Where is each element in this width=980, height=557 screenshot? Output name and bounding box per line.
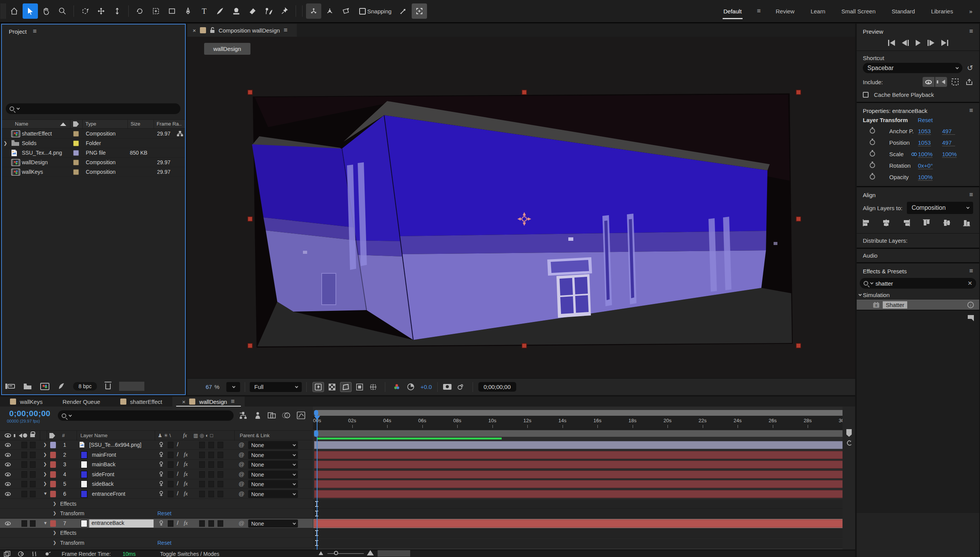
- layer-name[interactable]: mainFront: [92, 452, 116, 458]
- expand-layer-icon[interactable]: ▼: [43, 491, 47, 496]
- zoom-tool[interactable]: [55, 3, 70, 19]
- layer-label-chip[interactable]: [50, 452, 56, 458]
- close-tab-icon[interactable]: ×: [182, 399, 186, 405]
- expand-layer-icon[interactable]: ❯: [43, 462, 47, 467]
- parent-pickwhip-icon[interactable]: @: [239, 461, 244, 467]
- show-snapshot-icon[interactable]: [455, 382, 466, 392]
- lock-slot[interactable]: [30, 471, 36, 478]
- layer-duration-bar[interactable]: [314, 461, 843, 469]
- previous-frame-button[interactable]: [902, 39, 909, 47]
- preview-panel-menu-icon[interactable]: ≡: [969, 28, 973, 35]
- include-video-icon[interactable]: [923, 77, 934, 87]
- frame-blend-toggle-icon[interactable]: [18, 551, 25, 557]
- effect-item-shatter[interactable]: 8 Shatter i: [857, 300, 979, 310]
- layer-name[interactable]: [SSU_Te...6x994.png]: [89, 442, 141, 448]
- playhead-line[interactable]: [317, 416, 317, 557]
- search-options-chevron-icon[interactable]: [16, 106, 20, 109]
- motion-blur-slot[interactable]: [208, 491, 214, 497]
- playhead-handle[interactable]: [314, 416, 320, 420]
- layer-visibility-icon[interactable]: [5, 482, 11, 486]
- unlocked-icon[interactable]: [210, 27, 215, 33]
- graph-editor-icon[interactable]: [296, 411, 306, 420]
- quality-switch[interactable]: /: [177, 490, 178, 497]
- quality-switch[interactable]: /: [177, 441, 178, 448]
- grid-options-icon[interactable]: [368, 382, 379, 392]
- column-frame-rate[interactable]: Frame Ra..: [157, 121, 182, 127]
- shy-switch-icon[interactable]: [159, 452, 164, 458]
- group-expand-icon[interactable]: [859, 292, 862, 296]
- workspace-tab-standard[interactable]: Standard: [891, 6, 916, 17]
- frame-blend-slot[interactable]: [199, 481, 205, 487]
- expand-group-icon[interactable]: ❯: [53, 511, 56, 516]
- comp-marker-bin-icon[interactable]: [846, 429, 852, 437]
- home-tool[interactable]: [7, 3, 22, 19]
- workspace-tab-review[interactable]: Review: [775, 6, 795, 17]
- preview-export-icon[interactable]: [965, 78, 973, 86]
- label-color-chip[interactable]: [73, 150, 79, 156]
- fx-switch[interactable]: fx: [184, 520, 188, 526]
- first-frame-button[interactable]: [888, 39, 895, 47]
- shortcut-dropdown[interactable]: Spacebar: [863, 63, 962, 73]
- clone-stamp-tool[interactable]: [229, 3, 244, 19]
- parent-pickwhip-icon[interactable]: @: [239, 471, 244, 477]
- parent-dropdown[interactable]: None: [248, 480, 298, 488]
- solo-slot[interactable]: [21, 491, 27, 497]
- frame-blend-slot[interactable]: [199, 520, 205, 527]
- viewer-panel-menu-icon[interactable]: ≡: [284, 26, 288, 34]
- adjustment-slot[interactable]: [218, 442, 223, 448]
- channel-rgb-icon[interactable]: [391, 382, 402, 392]
- layer-visibility-icon[interactable]: [5, 443, 11, 447]
- shy-switch-icon[interactable]: [159, 520, 164, 527]
- fx-switch[interactable]: fx: [184, 461, 188, 467]
- motion-blur-icon[interactable]: [282, 411, 291, 420]
- collapse-slot[interactable]: [168, 461, 173, 468]
- layer-visibility-icon[interactable]: [5, 473, 11, 477]
- project-row-shattereffect[interactable]: shatterEffectComposition29.97: [2, 129, 185, 139]
- layer-visibility-icon[interactable]: [5, 522, 11, 526]
- quality-switch[interactable]: /: [177, 451, 178, 457]
- toggle-switches-modes-button[interactable]: Toggle Switches / Modes: [160, 551, 219, 557]
- align-top-button[interactable]: [922, 219, 934, 229]
- collapse-slot[interactable]: [168, 481, 173, 487]
- property-value-y[interactable]: 100%: [942, 151, 957, 158]
- layer-row-sideback[interactable]: ❯ 5sideBack /fx @ None: [0, 479, 313, 489]
- new-composition-icon[interactable]: [40, 383, 49, 390]
- frame-blend-slot[interactable]: [199, 491, 205, 497]
- composition-canvas[interactable]: [187, 37, 855, 378]
- lock-slot[interactable]: [30, 442, 36, 448]
- stopwatch-icon[interactable]: [870, 163, 875, 168]
- shy-switch-icon[interactable]: [159, 461, 164, 468]
- parent-pickwhip-icon[interactable]: @: [239, 441, 244, 448]
- lock-slot[interactable]: [30, 520, 36, 527]
- property-value-y[interactable]: 497: [942, 128, 955, 135]
- quality-switch[interactable]: /: [177, 461, 178, 467]
- layer-label-chip[interactable]: [50, 471, 56, 478]
- clear-search-icon[interactable]: ✕: [967, 280, 972, 287]
- draft-3d-icon[interactable]: [254, 411, 262, 420]
- motion-blur-slot[interactable]: [208, 471, 214, 478]
- property-group-row-effects[interactable]: ❯ Effects: [0, 499, 313, 509]
- project-row-solids[interactable]: ❯SolidsFolder: [2, 139, 185, 148]
- expand-layer-icon[interactable]: ❯: [43, 481, 47, 486]
- align-center-h-button[interactable]: [882, 219, 893, 229]
- layer-name[interactable]: sideFront: [92, 471, 114, 477]
- asset-name[interactable]: wallKeys: [22, 169, 43, 175]
- workspace-menu-icon[interactable]: ≡: [757, 7, 761, 15]
- lock-slot[interactable]: [30, 461, 36, 468]
- layer-row--ssu-te-6x994-png-[interactable]: ❯ 1 [SSU_Te...6x994.png] / @ None: [0, 440, 313, 450]
- solid-swatch[interactable]: [81, 520, 87, 527]
- snap-along-edges-icon[interactable]: [396, 3, 411, 19]
- workspace-tab-small-screen[interactable]: Small Screen: [841, 6, 876, 17]
- parent-pickwhip-icon[interactable]: @: [239, 451, 244, 458]
- expand-layers-icon[interactable]: [4, 551, 11, 557]
- puppet-pin-tool[interactable]: [277, 3, 292, 19]
- project-column-headers[interactable]: Name Type Size Frame Ra..: [2, 119, 185, 129]
- transparency-grid-icon[interactable]: [326, 382, 338, 392]
- layer-row-sidefront[interactable]: ❯ 4sideFront /fx @ None: [0, 470, 313, 479]
- parent-dropdown[interactable]: None: [248, 490, 298, 498]
- transform-reset-link[interactable]: Reset: [918, 117, 933, 123]
- expand-layer-icon[interactable]: ❯: [43, 472, 47, 477]
- solid-swatch[interactable]: [81, 480, 87, 488]
- link-icon[interactable]: [911, 152, 917, 157]
- parent-dropdown[interactable]: None: [248, 519, 298, 528]
